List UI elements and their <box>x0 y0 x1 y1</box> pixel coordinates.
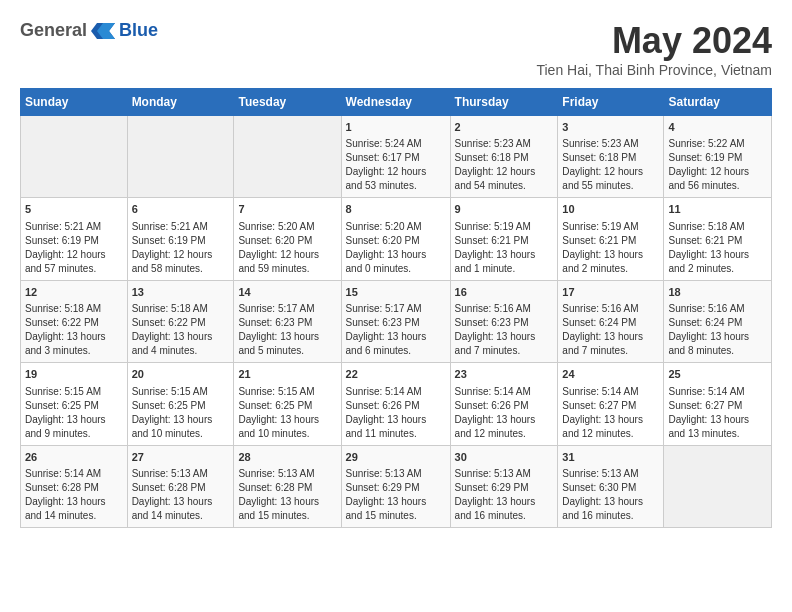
week-row-3: 12Sunrise: 5:18 AM Sunset: 6:22 PM Dayli… <box>21 280 772 362</box>
day-info: Sunrise: 5:19 AM Sunset: 6:21 PM Dayligh… <box>562 221 643 274</box>
calendar-table: SundayMondayTuesdayWednesdayThursdayFrid… <box>20 88 772 528</box>
day-number: 22 <box>346 367 446 382</box>
day-info: Sunrise: 5:14 AM Sunset: 6:27 PM Dayligh… <box>668 386 749 439</box>
calendar-cell: 17Sunrise: 5:16 AM Sunset: 6:24 PM Dayli… <box>558 280 664 362</box>
day-info: Sunrise: 5:14 AM Sunset: 6:27 PM Dayligh… <box>562 386 643 439</box>
day-info: Sunrise: 5:19 AM Sunset: 6:21 PM Dayligh… <box>455 221 536 274</box>
calendar-cell: 4Sunrise: 5:22 AM Sunset: 6:19 PM Daylig… <box>664 116 772 198</box>
day-number: 27 <box>132 450 230 465</box>
calendar-cell: 26Sunrise: 5:14 AM Sunset: 6:28 PM Dayli… <box>21 445 128 527</box>
calendar-cell: 11Sunrise: 5:18 AM Sunset: 6:21 PM Dayli… <box>664 198 772 280</box>
weekday-header-tuesday: Tuesday <box>234 89 341 116</box>
calendar-cell: 23Sunrise: 5:14 AM Sunset: 6:26 PM Dayli… <box>450 363 558 445</box>
weekday-header-wednesday: Wednesday <box>341 89 450 116</box>
day-info: Sunrise: 5:13 AM Sunset: 6:28 PM Dayligh… <box>238 468 319 521</box>
day-number: 6 <box>132 202 230 217</box>
day-info: Sunrise: 5:14 AM Sunset: 6:28 PM Dayligh… <box>25 468 106 521</box>
day-info: Sunrise: 5:18 AM Sunset: 6:21 PM Dayligh… <box>668 221 749 274</box>
day-number: 5 <box>25 202 123 217</box>
day-number: 17 <box>562 285 659 300</box>
day-number: 11 <box>668 202 767 217</box>
day-number: 10 <box>562 202 659 217</box>
page-header: General Blue May 2024 Tien Hai, Thai Bin… <box>20 20 772 78</box>
day-number: 26 <box>25 450 123 465</box>
calendar-cell: 8Sunrise: 5:20 AM Sunset: 6:20 PM Daylig… <box>341 198 450 280</box>
calendar-cell: 21Sunrise: 5:15 AM Sunset: 6:25 PM Dayli… <box>234 363 341 445</box>
calendar-cell: 13Sunrise: 5:18 AM Sunset: 6:22 PM Dayli… <box>127 280 234 362</box>
day-number: 14 <box>238 285 336 300</box>
calendar-cell <box>21 116 128 198</box>
day-number: 18 <box>668 285 767 300</box>
calendar-cell: 27Sunrise: 5:13 AM Sunset: 6:28 PM Dayli… <box>127 445 234 527</box>
day-info: Sunrise: 5:14 AM Sunset: 6:26 PM Dayligh… <box>346 386 427 439</box>
weekday-header-thursday: Thursday <box>450 89 558 116</box>
calendar-cell: 20Sunrise: 5:15 AM Sunset: 6:25 PM Dayli… <box>127 363 234 445</box>
day-number: 16 <box>455 285 554 300</box>
day-number: 9 <box>455 202 554 217</box>
week-row-2: 5Sunrise: 5:21 AM Sunset: 6:19 PM Daylig… <box>21 198 772 280</box>
calendar-cell: 19Sunrise: 5:15 AM Sunset: 6:25 PM Dayli… <box>21 363 128 445</box>
title-block: May 2024 Tien Hai, Thai Binh Province, V… <box>536 20 772 78</box>
calendar-cell <box>234 116 341 198</box>
day-number: 20 <box>132 367 230 382</box>
logo: General Blue <box>20 20 158 41</box>
day-info: Sunrise: 5:14 AM Sunset: 6:26 PM Dayligh… <box>455 386 536 439</box>
location: Tien Hai, Thai Binh Province, Vietnam <box>536 62 772 78</box>
calendar-cell: 6Sunrise: 5:21 AM Sunset: 6:19 PM Daylig… <box>127 198 234 280</box>
day-info: Sunrise: 5:20 AM Sunset: 6:20 PM Dayligh… <box>346 221 427 274</box>
calendar-cell: 24Sunrise: 5:14 AM Sunset: 6:27 PM Dayli… <box>558 363 664 445</box>
day-info: Sunrise: 5:18 AM Sunset: 6:22 PM Dayligh… <box>25 303 106 356</box>
calendar-cell: 29Sunrise: 5:13 AM Sunset: 6:29 PM Dayli… <box>341 445 450 527</box>
day-number: 8 <box>346 202 446 217</box>
day-number: 12 <box>25 285 123 300</box>
day-info: Sunrise: 5:15 AM Sunset: 6:25 PM Dayligh… <box>238 386 319 439</box>
day-info: Sunrise: 5:13 AM Sunset: 6:28 PM Dayligh… <box>132 468 213 521</box>
week-row-1: 1Sunrise: 5:24 AM Sunset: 6:17 PM Daylig… <box>21 116 772 198</box>
calendar-cell: 15Sunrise: 5:17 AM Sunset: 6:23 PM Dayli… <box>341 280 450 362</box>
calendar-cell <box>127 116 234 198</box>
day-number: 15 <box>346 285 446 300</box>
calendar-cell: 10Sunrise: 5:19 AM Sunset: 6:21 PM Dayli… <box>558 198 664 280</box>
day-info: Sunrise: 5:15 AM Sunset: 6:25 PM Dayligh… <box>25 386 106 439</box>
day-info: Sunrise: 5:16 AM Sunset: 6:24 PM Dayligh… <box>562 303 643 356</box>
day-info: Sunrise: 5:23 AM Sunset: 6:18 PM Dayligh… <box>455 138 536 191</box>
weekday-header-friday: Friday <box>558 89 664 116</box>
month-title: May 2024 <box>536 20 772 62</box>
calendar-cell: 18Sunrise: 5:16 AM Sunset: 6:24 PM Dayli… <box>664 280 772 362</box>
day-number: 7 <box>238 202 336 217</box>
day-info: Sunrise: 5:16 AM Sunset: 6:23 PM Dayligh… <box>455 303 536 356</box>
day-number: 30 <box>455 450 554 465</box>
day-info: Sunrise: 5:13 AM Sunset: 6:29 PM Dayligh… <box>455 468 536 521</box>
day-info: Sunrise: 5:13 AM Sunset: 6:29 PM Dayligh… <box>346 468 427 521</box>
calendar-cell: 5Sunrise: 5:21 AM Sunset: 6:19 PM Daylig… <box>21 198 128 280</box>
weekday-header-row: SundayMondayTuesdayWednesdayThursdayFrid… <box>21 89 772 116</box>
day-number: 28 <box>238 450 336 465</box>
logo-blue-text: Blue <box>119 20 158 41</box>
day-info: Sunrise: 5:16 AM Sunset: 6:24 PM Dayligh… <box>668 303 749 356</box>
calendar-cell: 28Sunrise: 5:13 AM Sunset: 6:28 PM Dayli… <box>234 445 341 527</box>
logo-general-text: General <box>20 20 87 41</box>
day-number: 29 <box>346 450 446 465</box>
calendar-cell: 3Sunrise: 5:23 AM Sunset: 6:18 PM Daylig… <box>558 116 664 198</box>
day-number: 31 <box>562 450 659 465</box>
week-row-5: 26Sunrise: 5:14 AM Sunset: 6:28 PM Dayli… <box>21 445 772 527</box>
day-info: Sunrise: 5:22 AM Sunset: 6:19 PM Dayligh… <box>668 138 749 191</box>
day-number: 25 <box>668 367 767 382</box>
day-number: 2 <box>455 120 554 135</box>
logo-icon <box>89 21 115 41</box>
day-info: Sunrise: 5:18 AM Sunset: 6:22 PM Dayligh… <box>132 303 213 356</box>
day-number: 19 <box>25 367 123 382</box>
day-info: Sunrise: 5:23 AM Sunset: 6:18 PM Dayligh… <box>562 138 643 191</box>
day-number: 21 <box>238 367 336 382</box>
day-info: Sunrise: 5:21 AM Sunset: 6:19 PM Dayligh… <box>25 221 106 274</box>
calendar-cell <box>664 445 772 527</box>
calendar-cell: 30Sunrise: 5:13 AM Sunset: 6:29 PM Dayli… <box>450 445 558 527</box>
day-number: 1 <box>346 120 446 135</box>
day-info: Sunrise: 5:20 AM Sunset: 6:20 PM Dayligh… <box>238 221 319 274</box>
day-number: 13 <box>132 285 230 300</box>
day-info: Sunrise: 5:17 AM Sunset: 6:23 PM Dayligh… <box>238 303 319 356</box>
day-info: Sunrise: 5:24 AM Sunset: 6:17 PM Dayligh… <box>346 138 427 191</box>
calendar-cell: 2Sunrise: 5:23 AM Sunset: 6:18 PM Daylig… <box>450 116 558 198</box>
day-number: 3 <box>562 120 659 135</box>
day-info: Sunrise: 5:21 AM Sunset: 6:19 PM Dayligh… <box>132 221 213 274</box>
